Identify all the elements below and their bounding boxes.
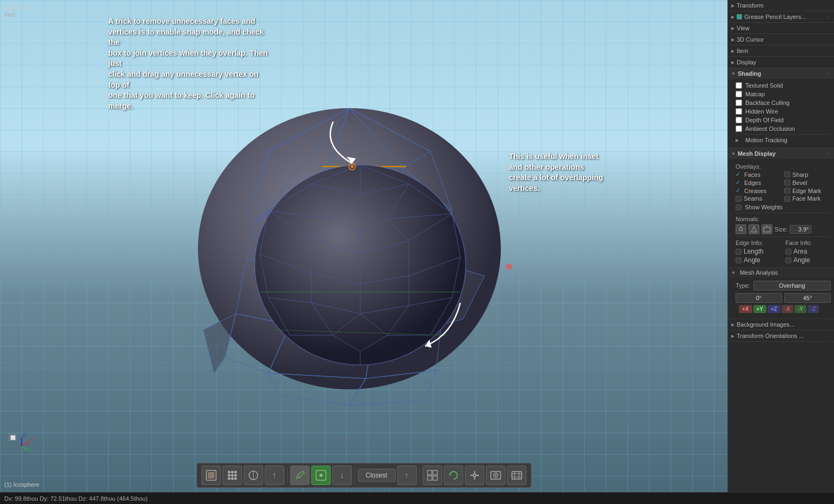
normals-split-btn[interactable] bbox=[749, 224, 759, 234]
toolbar-rotate-btn[interactable] bbox=[444, 466, 463, 485]
panel-header-mesh-display[interactable]: ▼ Mesh Display ··· bbox=[728, 148, 834, 159]
checkbox-face-area[interactable] bbox=[785, 249, 791, 255]
panel-header-transform-orientations[interactable]: ▶ Transform Orientations ... ··· bbox=[728, 330, 834, 341]
panel-header-shading[interactable]: ▼ Shading ··· bbox=[728, 68, 834, 79]
toolbar: ↑ ↓ Closest ↑ bbox=[196, 463, 531, 488]
axis-z-neg-btn[interactable]: -Z bbox=[807, 305, 819, 313]
overlay-faces: ✓ Faces bbox=[736, 171, 782, 178]
label-motion-tracking: Motion Tracking bbox=[745, 137, 787, 143]
svg-point-111 bbox=[473, 474, 476, 477]
toolbar-circle-btn[interactable] bbox=[243, 466, 263, 485]
panel-header-mesh-analysis[interactable]: ▼ Mesh Analysis bbox=[728, 268, 834, 277]
toolbar-snap-up-btn[interactable]: ↑ bbox=[397, 466, 416, 485]
label-seams: Seams bbox=[744, 195, 762, 202]
type-label: Type: bbox=[736, 282, 750, 289]
panel-header-3d-cursor[interactable]: ▶ 3D Cursor bbox=[728, 34, 834, 45]
mesh-analysis-arrow: ▼ bbox=[731, 270, 736, 275]
checkbox-hidden-wire[interactable] bbox=[736, 108, 742, 115]
svg-point-114 bbox=[495, 475, 497, 476]
motion-tracking-arrow: ▶ bbox=[736, 138, 739, 143]
toolbar-snap-label[interactable]: Closest bbox=[358, 469, 395, 482]
checkbox-textured-solid[interactable] bbox=[736, 82, 742, 89]
toolbar-grid-btn[interactable] bbox=[422, 466, 442, 485]
view-label: View bbox=[737, 25, 750, 31]
option-textured-solid: Textured Solid bbox=[736, 81, 831, 90]
checkbox-ambient-occlusion[interactable] bbox=[736, 125, 742, 132]
toolbar-render-btn[interactable] bbox=[486, 466, 505, 485]
item-label: Item bbox=[737, 48, 748, 54]
transform-orientations-arrow: ▶ bbox=[731, 334, 734, 339]
checkbox-face-angle[interactable] bbox=[785, 257, 791, 263]
size-value[interactable]: 3.9° bbox=[790, 225, 811, 234]
label-edge-angle: Angle bbox=[744, 256, 760, 264]
toolbar-up-btn[interactable]: ↑ bbox=[264, 466, 284, 485]
panel-header-transform[interactable]: ▶ Transform bbox=[728, 0, 834, 11]
normals-face-btn[interactable] bbox=[762, 224, 772, 234]
panel-header-view[interactable]: ▶ View bbox=[728, 23, 834, 34]
checkbox-edge-angle[interactable] bbox=[736, 257, 742, 263]
axis-x-pos-btn[interactable]: +X bbox=[739, 305, 752, 313]
shading-label: Shading bbox=[738, 70, 761, 77]
checkbox-face-mark[interactable] bbox=[784, 196, 790, 202]
panel-header-background-images[interactable]: ▶ Background Images... bbox=[728, 319, 834, 330]
face-info-header: Face Info: bbox=[785, 238, 831, 247]
axis-z-pos-btn[interactable]: +Z bbox=[767, 305, 780, 313]
toolbar-pen-btn[interactable] bbox=[290, 466, 309, 485]
axis-x-neg-btn[interactable]: -X bbox=[782, 305, 793, 313]
toolbar-snap2-btn[interactable] bbox=[465, 466, 484, 485]
viewport-units-label: Feet bbox=[4, 12, 15, 18]
toolbar-cube-dot-btn[interactable] bbox=[311, 466, 330, 485]
axis-buttons: +X +Y +Z -X -Y -Z bbox=[736, 303, 831, 315]
mesh-display-label: Mesh Display bbox=[738, 150, 776, 157]
transform-orientations-label: Transform Orientations ... bbox=[737, 333, 804, 339]
display-label: Display bbox=[737, 59, 756, 65]
status-bar: Dx: 99.8thou Dy: 72.51thou Dz: 447.8thou… bbox=[0, 492, 834, 504]
option-backface-culling: Backface Culling bbox=[736, 98, 831, 107]
toolbar-movie-btn[interactable] bbox=[507, 466, 526, 485]
panel-header-display[interactable]: ▶ Display bbox=[728, 57, 834, 68]
checkbox-show-weights[interactable] bbox=[736, 204, 742, 210]
checkbox-depth-of-field[interactable] bbox=[736, 117, 742, 123]
checkbox-sharp[interactable] bbox=[784, 171, 790, 177]
checkbox-backface-culling[interactable] bbox=[736, 100, 742, 106]
label-edges: Edges bbox=[744, 180, 761, 186]
checkbox-matcap[interactable] bbox=[736, 91, 742, 97]
panel-header-grease-pencil[interactable]: ▶ Grease Pencil Layers... ··· bbox=[728, 11, 834, 22]
faces-check: ✓ bbox=[736, 171, 742, 178]
toolbar-down-btn[interactable]: ↓ bbox=[332, 466, 352, 485]
overlay-sharp: Sharp bbox=[784, 171, 831, 178]
viewport[interactable]: User Persp Feet bbox=[0, 0, 727, 492]
range-max[interactable]: 45° bbox=[784, 293, 831, 303]
range-min[interactable]: 0° bbox=[736, 293, 782, 303]
normals-vertex-btn[interactable] bbox=[736, 224, 746, 234]
item-arrow: ▶ bbox=[731, 49, 734, 54]
callout-text-1: A trick to remove unnecessary faces and … bbox=[108, 16, 270, 111]
checkbox-edge-mark[interactable] bbox=[784, 188, 790, 194]
option-hidden-wire: Hidden Wire bbox=[736, 107, 831, 116]
creases-check: ✓ bbox=[736, 187, 742, 194]
axes-widget: X Y Z ⬜ bbox=[8, 433, 35, 460]
view-arrow: ▶ bbox=[731, 26, 734, 31]
range-row: 0° 45° bbox=[736, 293, 831, 303]
toolbar-select-btn[interactable] bbox=[222, 466, 242, 485]
size-label: Size: bbox=[775, 226, 787, 233]
axis-y-pos-btn[interactable]: +Y bbox=[753, 305, 767, 313]
svg-point-105 bbox=[319, 474, 322, 477]
checkbox-edge-length[interactable] bbox=[736, 249, 742, 255]
mesh-display-divider bbox=[736, 213, 831, 213]
type-value[interactable]: Overhang bbox=[753, 281, 831, 290]
panel-header-item[interactable]: ▶ Item bbox=[728, 45, 834, 56]
overlay-face-mark: Face Mark bbox=[784, 195, 831, 202]
grease-pencil-label: Grease Pencil Layers... bbox=[744, 14, 806, 20]
panel-section-mesh-analysis: ▼ Mesh Analysis Type: Overhang 0° 45° +X… bbox=[728, 268, 834, 319]
checkbox-seams[interactable] bbox=[736, 196, 742, 202]
axis-y-neg-btn[interactable]: -Y bbox=[795, 305, 806, 313]
panel-section-3d-cursor: ▶ 3D Cursor bbox=[728, 34, 834, 45]
overlays-grid: ✓ Faces Sharp ✓ Edges Bevel bbox=[736, 171, 831, 202]
label-face-area: Area bbox=[793, 248, 807, 255]
grease-pencil-dot bbox=[737, 14, 742, 19]
shading-arrow-down: ▼ bbox=[731, 71, 736, 76]
toolbar-view-btn[interactable] bbox=[201, 466, 221, 485]
checkbox-bevel[interactable] bbox=[784, 180, 790, 185]
panel-section-transform: ▶ Transform bbox=[728, 0, 834, 11]
